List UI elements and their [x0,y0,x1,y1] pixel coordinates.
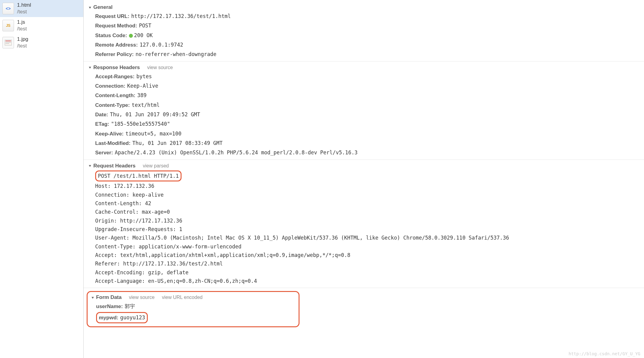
response-header-row: Last-Modified:Thu, 01 Jun 2017 08:33:49 … [88,139,644,148]
form-data-row: userName:郭宇 [89,302,297,311]
header-value: bytes [134,73,152,79]
form-key: userName: [96,304,123,309]
file-name: 1.html [17,2,31,9]
file-item-1-js[interactable]: JS 1.js /test [0,17,83,34]
watermark: http://blog.csdn.net/GY_U_YG [569,351,640,356]
header-value: Thu, 01 Jun 2017 09:49:52 GMT [108,111,200,118]
section-response-headers: Response Headers view source Accept-Rang… [84,61,644,160]
request-header-line: Content-Type: application/x-www-form-url… [88,242,644,251]
highlight-mypwd: mypwd:guoyu123 [96,312,148,323]
request-header-line: Referer: http://172.17.132.36/test/2.htm… [88,259,644,268]
request-header-line: Connection: keep-alive [88,191,644,199]
header-key: Connection: [95,83,125,89]
form-value: guoyu123 [118,314,145,321]
header-value: text/html [130,102,160,108]
request-header-line: Accept-Encoding: gzip, deflate [88,268,644,277]
network-file-list: <> 1.html /test JS 1.js /test 1.jpg /tes… [0,0,84,358]
header-key: ETag: [95,121,109,127]
highlight-form-data: Form Data view source view URL encoded u… [87,291,299,327]
section-toggle-form-data[interactable]: Form Data [91,294,122,300]
file-name: 1.jpg [17,36,28,43]
file-meta: 1.jpg /test [17,36,28,49]
file-name: 1.js [17,19,27,26]
header-key: Content-Length: [95,93,135,98]
headers-panel: General Request URL:http://172.17.132.36… [84,0,644,358]
status-code-label: Status Code: [95,33,127,38]
section-request-headers: Request Headers view parsed POST /test/1… [84,160,644,287]
request-first-line: POST /test/1.html HTTP/1.1 [88,170,644,182]
remote-address-value: 127.0.0.1:9742 [138,42,183,48]
view-url-encoded-link[interactable]: view URL encoded [162,295,203,300]
section-form-data: Form Data view source view URL encoded u… [84,288,644,329]
svg-rect-1 [5,40,11,41]
file-item-1-jpg[interactable]: 1.jpg /test [0,34,83,51]
section-toggle-response-headers[interactable]: Response Headers [88,65,140,71]
header-value: timeout=5, max=100 [124,131,182,137]
request-method-label: Request Method: [95,23,137,29]
request-header-line: Content-Length: 42 [88,199,644,208]
response-header-row: Keep-Alive:timeout=5, max=100 [88,129,644,139]
request-header-line: Host: 172.17.132.36 [88,182,644,190]
header-key: Last-Modified: [95,140,130,146]
html-file-icon: <> [2,3,14,14]
svg-rect-2 [5,42,11,43]
request-header-line: Cache-Control: max-age=0 [88,208,644,216]
section-general: General Request URL:http://172.17.132.36… [84,1,644,61]
status-code-value: 200 OK [134,32,153,38]
view-parsed-link[interactable]: view parsed [143,163,169,169]
header-value: Thu, 01 Jun 2017 08:33:49 GMT [130,140,223,146]
file-item-1-html[interactable]: <> 1.html /test [0,0,83,17]
response-header-row: Server:Apache/2.4.23 (Unix) OpenSSL/1.0.… [88,148,644,157]
header-value: Keep-Alive [125,83,158,89]
file-meta: 1.js /test [17,19,27,32]
header-key: Accept-Ranges: [95,74,134,79]
response-header-row: Content-Length:389 [88,91,644,100]
highlight-request-line: POST /test/1.html HTTP/1.1 [95,170,182,181]
request-header-line: Accept-Language: en-US,en;q=0.8,zh-CN;q=… [88,277,644,285]
view-source-link[interactable]: view source [147,65,173,70]
form-value: 郭宇 [123,303,135,309]
svg-rect-3 [5,43,9,44]
request-header-line: Origin: http://172.17.132.36 [88,216,644,225]
file-path: /test [17,9,31,15]
form-key: mypwd: [99,315,118,321]
request-header-line: User-Agent: Mozilla/5.0 (Macintosh; Inte… [88,233,644,242]
section-toggle-request-headers[interactable]: Request Headers [88,163,136,169]
response-header-row: Accept-Ranges:bytes [88,72,644,81]
response-header-row: ETag:"185-550e1e5557540" [88,119,644,129]
referrer-policy-value: no-referrer-when-downgrade [134,51,216,57]
header-value: Apache/2.4.23 (Unix) OpenSSL/1.0.2h PHP/… [113,149,358,156]
file-path: /test [17,43,28,49]
header-key: Date: [95,112,108,118]
jpg-file-icon [2,37,14,48]
section-toggle-general[interactable]: General [88,4,113,10]
header-value: "185-550e1e5557540" [109,121,170,127]
request-header-line: Upgrade-Insecure-Requests: 1 [88,225,644,233]
file-meta: 1.html /test [17,2,31,15]
request-method-value: POST [137,23,151,29]
file-path: /test [17,26,27,32]
request-url-label: Request URL: [95,13,129,19]
response-header-row: Date:Thu, 01 Jun 2017 09:49:52 GMT [88,110,644,119]
remote-address-label: Remote Address: [95,42,138,48]
response-header-row: Content-Type:text/html [88,100,644,110]
status-dot-icon [129,34,133,38]
form-data-row: mypwd:guoyu123 [89,311,297,324]
header-key: Content-Type: [95,102,130,108]
js-file-icon: JS [2,20,14,31]
header-key: Server: [95,150,113,156]
view-source-link-form[interactable]: view source [129,295,154,300]
referrer-policy-label: Referrer Policy: [95,51,134,57]
response-header-row: Connection:Keep-Alive [88,81,644,91]
header-key: Keep-Alive: [95,131,124,137]
request-header-line: Accept: text/html,application/xhtml+xml,… [88,251,644,259]
request-url-value: http://172.17.132.36/test/1.html [129,13,231,19]
header-value: 389 [135,92,147,98]
